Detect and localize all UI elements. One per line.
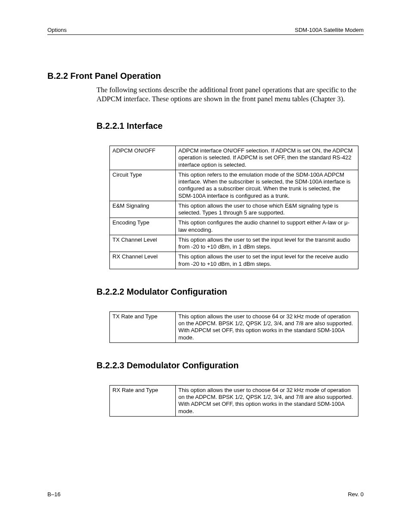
table-row: RX Rate and Type This option allows the …: [110, 385, 358, 416]
cell-label: TX Rate and Type: [110, 311, 176, 342]
table-modulator: TX Rate and Type This option allows the …: [109, 311, 358, 343]
table-row: TX Channel Level This option allows the …: [110, 235, 358, 252]
table-row: Circuit Type This option refers to the e…: [110, 170, 358, 201]
heading-b22: B.2.2 Front Panel Operation: [47, 71, 364, 81]
cell-desc: This option allows the user to chose whi…: [176, 201, 358, 218]
footer-left: B–16: [47, 491, 60, 498]
cell-label: RX Channel Level: [110, 252, 176, 269]
table-row: TX Rate and Type This option allows the …: [110, 311, 358, 342]
footer-right: Rev. 0: [348, 491, 364, 498]
cell-desc: This option allows the user to set the i…: [176, 252, 358, 269]
table-row: RX Channel Level This option allows the …: [110, 252, 358, 269]
cell-label: E&M Signaling: [110, 201, 176, 218]
heading-b222: B.2.2.2 Modulator Configuration: [97, 287, 364, 297]
table-interface: ADPCM ON/OFF ADPCM interface ON/OFF sele…: [109, 146, 358, 269]
cell-label: ADPCM ON/OFF: [110, 146, 176, 170]
header-left: Options: [47, 27, 67, 33]
cell-desc: This option refers to the emulation mode…: [176, 170, 358, 201]
page-footer: B–16 Rev. 0: [47, 491, 364, 515]
body-b22: The following sections describe the addi…: [97, 85, 364, 103]
heading-b221: B.2.2.1 Interface: [97, 121, 364, 131]
header-right: SDM-100A Satellite Modem: [295, 27, 364, 33]
page: Options SDM-100A Satellite Modem B.2.2 F…: [0, 0, 411, 532]
page-header: Options SDM-100A Satellite Modem: [47, 27, 364, 35]
cell-desc: This option allows the user to set the i…: [176, 235, 358, 252]
table-row: ADPCM ON/OFF ADPCM interface ON/OFF sele…: [110, 146, 358, 170]
cell-label: RX Rate and Type: [110, 385, 176, 416]
cell-desc: ADPCM interface ON/OFF selection. If ADP…: [176, 146, 358, 170]
table-row: Encoding Type This option configures the…: [110, 218, 358, 235]
cell-desc: This option allows the user to choose 64…: [176, 385, 358, 416]
cell-desc: This option configures the audio channel…: [176, 218, 358, 235]
table-demodulator: RX Rate and Type This option allows the …: [109, 385, 358, 417]
table-row: E&M Signaling This option allows the use…: [110, 201, 358, 218]
cell-label: Encoding Type: [110, 218, 176, 235]
cell-label: TX Channel Level: [110, 235, 176, 252]
cell-label: Circuit Type: [110, 170, 176, 201]
heading-b223: B.2.2.3 Demodulator Configuration: [97, 361, 364, 370]
cell-desc: This option allows the user to choose 64…: [176, 311, 358, 342]
